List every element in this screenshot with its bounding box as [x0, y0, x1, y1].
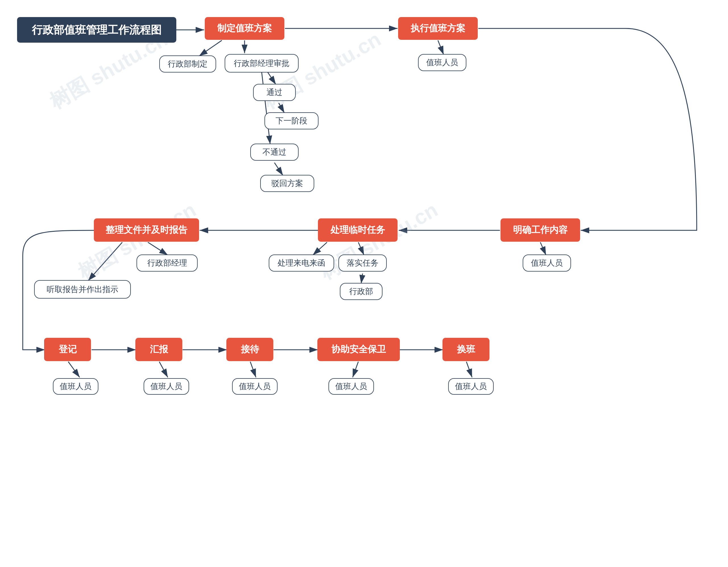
node-jingliZhengli-text: 行政部经理: [147, 258, 187, 268]
svg-line-18: [88, 242, 122, 281]
node-jingliShenpi: 行政部经理审批: [225, 54, 299, 73]
node-mingque: 明确工作内容: [501, 218, 580, 242]
node-xiayijieduan: 下一阶段: [264, 112, 319, 129]
node-zhiban-huanban-text: 值班人员: [455, 381, 487, 392]
node-jiedai-text: 接待: [241, 343, 259, 356]
node-chuli: 处理临时任务: [318, 218, 398, 242]
node-xingzhengbu-luoshi: 行政部: [340, 283, 382, 300]
node-huibao-text: 汇报: [150, 343, 168, 356]
node-xiezhu: 协助安全保卫: [317, 338, 400, 361]
svg-line-8: [262, 72, 270, 144]
node-xingzhengbu-luoshi-text: 行政部: [349, 286, 373, 297]
node-bohui-text: 驳回方案: [271, 178, 303, 189]
svg-line-16: [361, 274, 363, 283]
node-zhiban-huibao: 值班人员: [144, 378, 189, 395]
node-xiezhu-text: 协助安全保卫: [331, 343, 386, 356]
svg-line-5: [199, 40, 222, 56]
svg-line-13: [540, 242, 546, 255]
node-zhiban-xiezhu: 值班人员: [328, 378, 374, 395]
node-zhiban-xiezhu-text: 值班人员: [335, 381, 367, 392]
node-chuli-text: 处理临时任务: [330, 224, 385, 236]
node-xingzhengbu-zhiding-text: 行政部制定: [168, 59, 208, 69]
node-chulilaidian-text: 处理来电来函: [278, 258, 325, 268]
svg-line-23: [68, 362, 80, 377]
node-zhixing: 执行值班方案: [398, 17, 478, 40]
node-zhiding-text: 制定值班方案: [217, 22, 272, 35]
node-bohui: 驳回方案: [260, 175, 314, 192]
node-huibao: 汇报: [135, 338, 182, 361]
node-tongguo: 通过: [253, 84, 296, 101]
node-mingque-text: 明确工作内容: [513, 224, 568, 236]
node-xingzhengbu-zhiding: 行政部制定: [159, 55, 216, 73]
svg-line-6: [267, 72, 276, 84]
node-zhengli-text: 整理文件并及时报告: [106, 224, 187, 236]
node-jiedai: 接待: [226, 338, 273, 361]
node-zhibanrenyuan-mingque: 值班人员: [523, 254, 571, 272]
diagram-container: 树图 shutu.cn 树图 shutu.cn 树图 shutu.cn 树图 s…: [0, 0, 728, 567]
title-node: 行政部值班管理工作流程图: [17, 17, 176, 43]
node-zhibanrenyuan-top: 值班人员: [418, 54, 466, 71]
node-zhengli: 整理文件并及时报告: [94, 218, 199, 242]
node-huanban: 换班: [442, 338, 489, 361]
svg-line-7: [279, 103, 284, 113]
node-jingliZhengli: 行政部经理: [137, 254, 198, 272]
svg-line-10: [438, 40, 444, 55]
node-luoshi: 落实任务: [338, 254, 387, 272]
node-zhibanrenyuan-top-text: 值班人员: [426, 57, 458, 68]
node-jingliShenpi-text: 行政部经理审批: [234, 58, 289, 69]
svg-line-9: [274, 163, 283, 175]
node-zhibanrenyuan-mingque-text: 值班人员: [531, 258, 563, 268]
node-zhiban-dengji-text: 值班人员: [60, 381, 92, 392]
node-tongguo-text: 通过: [266, 87, 282, 98]
node-zhiding: 制定值班方案: [205, 17, 284, 40]
node-zhixing-text: 执行值班方案: [411, 22, 465, 35]
node-tingqu: 听取报告并作出指示: [34, 280, 131, 299]
node-zhiban-jiedai: 值班人员: [232, 378, 278, 395]
title-text: 行政部值班管理工作流程图: [32, 23, 162, 37]
node-butongguo-text: 不通过: [262, 147, 286, 158]
node-zhiban-huanban: 值班人员: [448, 378, 494, 395]
svg-line-15: [313, 242, 327, 255]
node-luoshi-text: 落实任务: [347, 258, 379, 268]
node-dengji-text: 登记: [59, 343, 77, 356]
node-zhiban-dengji: 值班人员: [53, 378, 98, 395]
svg-line-17: [148, 242, 168, 255]
node-dengji: 登记: [44, 338, 91, 361]
svg-line-27: [466, 362, 472, 377]
svg-line-26: [353, 362, 358, 377]
svg-line-25: [250, 362, 256, 377]
node-zhiban-jiedai-text: 值班人员: [239, 381, 271, 392]
node-xiayijieduan-text: 下一阶段: [276, 115, 307, 126]
svg-line-24: [159, 362, 168, 377]
svg-line-14: [358, 242, 364, 255]
node-butongguo: 不通过: [250, 144, 299, 161]
node-zhiban-huibao-text: 值班人员: [150, 381, 182, 392]
node-tingqu-text: 听取报告并作出指示: [47, 284, 118, 295]
node-chulilaidian: 处理来电来函: [269, 254, 334, 272]
node-huanban-text: 换班: [457, 343, 475, 356]
